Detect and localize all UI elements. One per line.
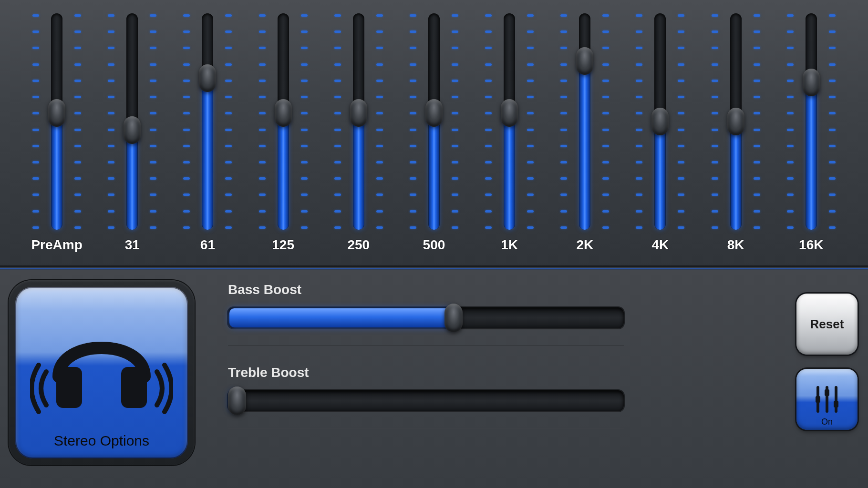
- bass-boost-group: Bass Boost: [228, 282, 758, 346]
- eq-fill: [806, 82, 816, 230]
- eq-fill: [429, 113, 439, 230]
- eq-thumb[interactable]: [350, 99, 367, 127]
- treble-boost-group: Treble Boost: [228, 365, 758, 429]
- svg-rect-7: [834, 401, 838, 407]
- bass-boost-slider[interactable]: [228, 304, 624, 332]
- eq-slider-preamp[interactable]: [31, 10, 83, 234]
- eq-thumb[interactable]: [576, 47, 593, 75]
- eq-slider-500[interactable]: [408, 10, 460, 234]
- tick-marks-right: [72, 14, 81, 229]
- tick-marks-right: [524, 14, 534, 229]
- tick-marks-left: [410, 14, 419, 229]
- eq-band-2k: 2K: [551, 10, 618, 253]
- eq-band-label: 250: [347, 237, 370, 253]
- svg-rect-1: [121, 367, 147, 408]
- bottom-panel: Stereo Options Bass Boost Treble Boost R…: [0, 270, 868, 488]
- eq-band-label: 31: [125, 237, 140, 253]
- tick-marks-left: [334, 14, 344, 229]
- svg-rect-6: [825, 389, 829, 396]
- stereo-options-inner: Stereo Options: [15, 287, 188, 458]
- tick-marks-right: [826, 14, 836, 229]
- treble-boost-track: [228, 390, 624, 411]
- eq-thumb[interactable]: [727, 108, 744, 135]
- eq-slider-61[interactable]: [181, 10, 234, 234]
- eq-thumb[interactable]: [501, 99, 518, 127]
- tick-marks-left: [712, 14, 721, 229]
- tick-marks-right: [222, 14, 232, 229]
- reset-button-label: Reset: [810, 317, 844, 332]
- bass-boost-fill: [229, 308, 454, 327]
- divider-line: [228, 428, 624, 429]
- eq-band-preamp: PreAmp: [23, 10, 90, 253]
- eq-thumb[interactable]: [124, 116, 141, 144]
- eq-fill: [52, 113, 62, 230]
- eq-band-label: PreAmp: [31, 237, 82, 253]
- divider-line: [228, 345, 624, 346]
- eq-fill: [579, 61, 590, 230]
- tick-marks-right: [751, 14, 760, 229]
- eq-band-label: 61: [200, 237, 215, 253]
- eq-slider-4k[interactable]: [634, 10, 686, 234]
- eq-band-61: 61: [174, 10, 241, 253]
- eq-band-8k: 8K: [703, 10, 769, 253]
- eq-band-label: 4K: [652, 237, 669, 253]
- eq-band-500: 500: [401, 10, 467, 253]
- tick-marks-left: [32, 14, 42, 229]
- eq-band-4k: 4K: [627, 10, 693, 253]
- side-buttons: Reset On: [796, 270, 868, 488]
- tick-marks-right: [373, 14, 383, 229]
- headphones-icon: [30, 305, 173, 419]
- tick-marks-left: [560, 14, 570, 229]
- tick-marks-right: [298, 14, 308, 229]
- eq-band-1k: 1K: [476, 10, 543, 253]
- eq-slider-31[interactable]: [106, 10, 158, 234]
- eq-slider-125[interactable]: [257, 10, 310, 234]
- tick-marks-right: [449, 14, 458, 229]
- equalizer-icon: [810, 383, 844, 416]
- equalizer-panel: PreAmp31611252505001K2K4K8K16K: [0, 0, 868, 267]
- on-toggle-button[interactable]: On: [796, 369, 858, 430]
- eq-fill: [202, 78, 213, 230]
- eq-band-label: 16K: [799, 237, 823, 253]
- bass-boost-thumb[interactable]: [444, 304, 463, 332]
- eq-band-125: 125: [250, 10, 317, 253]
- eq-slider-1k[interactable]: [483, 10, 536, 234]
- eq-thumb[interactable]: [425, 99, 443, 127]
- eq-thumb[interactable]: [651, 108, 669, 135]
- eq-thumb[interactable]: [275, 99, 292, 127]
- eq-slider-250[interactable]: [332, 10, 385, 234]
- eq-fill: [353, 113, 364, 230]
- eq-thumb[interactable]: [803, 69, 820, 96]
- tick-marks-left: [636, 14, 645, 229]
- tick-marks-left: [183, 14, 193, 229]
- tick-marks-left: [485, 14, 495, 229]
- eq-slider-16k[interactable]: [785, 10, 837, 234]
- eq-thumb[interactable]: [48, 99, 65, 127]
- treble-boost-thumb[interactable]: [228, 386, 246, 415]
- reset-button[interactable]: Reset: [796, 294, 858, 355]
- eq-slider-8k[interactable]: [710, 10, 762, 234]
- tick-marks-right: [147, 14, 156, 229]
- tick-marks-left: [259, 14, 269, 229]
- eq-fill: [731, 122, 741, 230]
- eq-band-16k: 16K: [778, 10, 845, 253]
- stereo-options-button[interactable]: Stereo Options: [9, 280, 195, 465]
- eq-fill: [127, 130, 137, 230]
- tick-marks-right: [675, 14, 684, 229]
- eq-fill: [655, 122, 665, 230]
- stereo-options-label: Stereo Options: [54, 433, 149, 449]
- eq-thumb[interactable]: [199, 64, 216, 92]
- bass-boost-title: Bass Boost: [228, 282, 758, 297]
- eq-band-label: 1K: [501, 237, 518, 253]
- treble-boost-slider[interactable]: [228, 387, 624, 415]
- eq-fill: [504, 113, 515, 230]
- eq-band-label: 8K: [727, 237, 744, 253]
- svg-rect-5: [816, 396, 820, 403]
- eq-slider-2k[interactable]: [558, 10, 611, 234]
- tick-marks-left: [108, 14, 117, 229]
- svg-rect-0: [56, 367, 82, 408]
- tick-marks-left: [787, 14, 796, 229]
- eq-band-label: 125: [272, 237, 294, 253]
- eq-band-label: 2K: [576, 237, 593, 253]
- eq-band-31: 31: [99, 10, 165, 253]
